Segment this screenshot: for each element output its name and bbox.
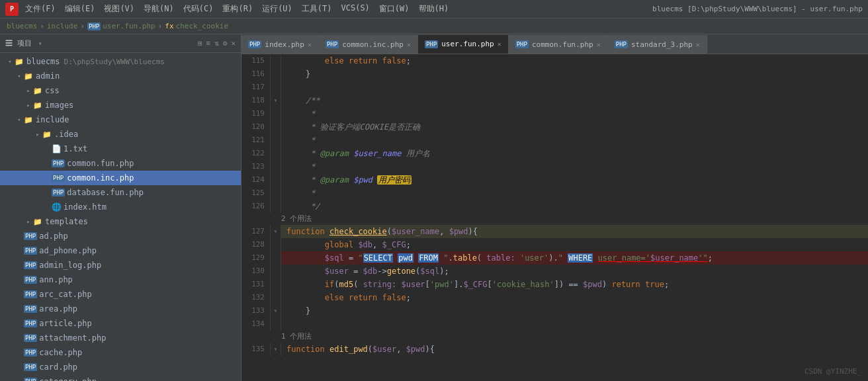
php-icon-attachment: PHP <box>24 334 37 342</box>
tree-item-templates[interactable]: ▸ 📁 templates <box>0 214 241 229</box>
breadcrumb-include[interactable]: include <box>47 22 77 30</box>
menu-run[interactable]: 运行(U) <box>262 3 292 15</box>
tab-close-indexphp[interactable]: ✕ <box>308 41 312 48</box>
tree-label-cache: cache.php <box>39 348 82 357</box>
sidebar-title: ☰ 项目 <box>5 38 32 48</box>
folder-icon-idea: 📁 <box>42 130 52 139</box>
folder-icon-templates: 📁 <box>33 218 42 226</box>
menu-file[interactable]: 文件(F) <box>25 3 56 15</box>
line-gutter-130 <box>271 265 281 278</box>
tab-userfunphp[interactable]: PHP user.fun.php ✕ <box>418 35 509 54</box>
tree-label-images: images <box>45 101 73 110</box>
tree-label-idea: .idea <box>54 130 78 139</box>
tree-item-ann[interactable]: ▸ PHP ann.php <box>0 273 241 287</box>
tree-item-adminlog[interactable]: ▸ PHP admin_log.php <box>0 258 241 273</box>
sidebar-icon-sort[interactable]: ⇅ <box>214 39 219 48</box>
tree-item-ad[interactable]: ▸ PHP ad.php <box>0 229 241 243</box>
tab-label-commonfunphp: common.fun.php <box>532 40 593 49</box>
tree-item-card[interactable]: ▸ PHP card.php <box>0 360 241 374</box>
editor: PHP index.php ✕ PHP common.inc.php ✕ PHP… <box>241 34 868 381</box>
menu-navigate[interactable]: 导航(N) <box>144 3 174 15</box>
tree-item-include[interactable]: ▾ 📁 include <box>0 112 241 127</box>
tree-item-admin[interactable]: ▾ 📁 admin <box>0 69 241 83</box>
breadcrumb-checkcookie[interactable]: check_cookie <box>176 22 228 30</box>
tab-icon-indexphp: PHP <box>248 40 261 48</box>
arrow-idea: ▸ <box>33 131 42 138</box>
tree-item-images[interactable]: ▸ 📁 images <box>0 98 241 112</box>
menu-view[interactable]: 视图(V) <box>104 3 134 15</box>
breadcrumb-sep2: › <box>80 22 85 30</box>
sidebar-icon-collapse[interactable]: ≡ <box>206 39 211 48</box>
tab-close-userfunphp[interactable]: ✕ <box>498 40 501 48</box>
tab-close-commonfunphp[interactable]: ✕ <box>597 41 601 48</box>
menu-tools[interactable]: 工具(T) <box>302 3 332 15</box>
line-gutter-133: ▾ <box>271 304 281 318</box>
tree-item-bluecms[interactable]: ▾ 📁 bluecms D:\phpStudy\WWW\bluecms <box>0 54 241 69</box>
breadcrumb-bluecms[interactable]: bluecms <box>7 22 37 30</box>
tree-item-category[interactable]: ▸ PHP category.php <box>0 374 241 381</box>
breadcrumb-userfun[interactable]: user.fun.php <box>103 22 155 30</box>
tree-label-ann: ann.php <box>39 275 73 284</box>
tab-close-standard3php[interactable]: ✕ <box>696 41 700 48</box>
line-gutter-121 <box>271 134 281 147</box>
line-content-119: * <box>281 107 868 120</box>
tab-commonincphp[interactable]: PHP common.inc.php ✕ <box>319 35 418 54</box>
sidebar-icon-expand[interactable]: ⊞ <box>198 39 202 48</box>
tab-indexphp[interactable]: PHP index.php ✕ <box>241 35 319 54</box>
line-content-129: $sql = "SELECT pwd FROM ".table( table: … <box>281 251 868 265</box>
code-line-118: 118 ▾ /** <box>241 94 868 107</box>
tree-item-1txt[interactable]: ▸ 📄 1.txt <box>0 142 241 156</box>
tree-item-attachment[interactable]: ▸ PHP attachment.php <box>0 331 241 345</box>
php-icon-card: PHP <box>24 363 37 371</box>
menu-refactor[interactable]: 重构(R) <box>222 3 253 15</box>
php-icon-commoninc: PHP <box>52 174 65 182</box>
tree-item-arccat[interactable]: ▸ PHP arc_cat.php <box>0 287 241 302</box>
usage-info-1: 2 个用法 <box>241 213 868 225</box>
code-line-129: 129 $sql = "SELECT pwd FROM ".table( tab… <box>241 251 868 265</box>
breadcrumb-sep3: › <box>158 22 163 30</box>
app-logo: P <box>5 3 19 16</box>
sidebar-icon-settings[interactable]: ⚙ <box>223 39 228 48</box>
tree-label-templates: templates <box>45 217 88 226</box>
folder-icon-admin: 📁 <box>24 72 33 81</box>
sidebar-dropdown-icon[interactable]: ▾ <box>38 40 42 47</box>
menu-vcs[interactable]: VCS(S) <box>341 3 370 15</box>
menu-help[interactable]: 帮助(H) <box>419 3 449 15</box>
line-num-135: 135 <box>241 343 271 356</box>
tab-icon-userfunphp: PHP <box>425 40 438 48</box>
file-tree: ▾ 📁 bluecms D:\phpStudy\WWW\bluecms ▾ 📁 … <box>0 53 241 381</box>
line-num-124: 124 <box>241 173 271 187</box>
sidebar-icon-close[interactable]: ✕ <box>231 39 236 48</box>
tree-item-area[interactable]: ▸ PHP area.php <box>0 302 241 316</box>
code-line-132: 132 else return false; <box>241 291 868 304</box>
tree-item-adphone[interactable]: ▸ PHP ad_phone.php <box>0 243 241 258</box>
tab-standard3php[interactable]: PHP standard_3.php ✕ <box>608 35 707 54</box>
tree-item-idea[interactable]: ▸ 📁 .idea <box>0 127 241 142</box>
line-num-122: 122 <box>241 147 271 160</box>
tree-item-commoninc[interactable]: ▸ PHP common.inc.php <box>0 171 241 185</box>
menu-edit[interactable]: 编辑(E) <box>65 3 95 15</box>
code-editor[interactable]: 115 else return false; 116 } 117 118 ▾ <box>241 54 868 381</box>
tab-close-commonincphp[interactable]: ✕ <box>407 41 411 48</box>
tab-commonfunphp[interactable]: PHP common.fun.php ✕ <box>509 35 608 54</box>
tree-item-commonfun[interactable]: ▸ PHP common.fun.php <box>0 156 241 171</box>
tree-item-dbfun[interactable]: ▸ PHP database.fun.php <box>0 185 241 200</box>
tree-label-commonfun: common.fun.php <box>67 159 134 168</box>
tab-label-indexphp: index.php <box>265 40 304 49</box>
tree-path-bluecms: D:\phpStudy\WWW\bluecms <box>64 58 165 66</box>
folder-icon-bluecms: 📁 <box>15 58 24 66</box>
tab-icon-standard3php: PHP <box>615 40 628 48</box>
line-gutter-128 <box>271 238 281 251</box>
tab-icon-commonfunphp: PHP <box>515 40 529 48</box>
menu-code[interactable]: 代码(C) <box>183 3 214 15</box>
tree-item-cache[interactable]: ▸ PHP cache.php <box>0 345 241 360</box>
tree-item-article[interactable]: ▸ PHP article.php <box>0 316 241 331</box>
menu-window[interactable]: 窗口(W) <box>379 3 410 15</box>
php-icon-area: PHP <box>24 305 37 313</box>
arrow-images: ▸ <box>24 102 33 108</box>
tree-item-indexhtm[interactable]: ▸ 🌐 index.htm <box>0 200 241 214</box>
tree-item-css[interactable]: ▸ 📁 css <box>0 83 241 98</box>
line-content-125: * <box>281 187 868 200</box>
php-icon-article: PHP <box>24 319 37 327</box>
code-line-128: 128 global $db, $_CFG; <box>241 238 868 251</box>
